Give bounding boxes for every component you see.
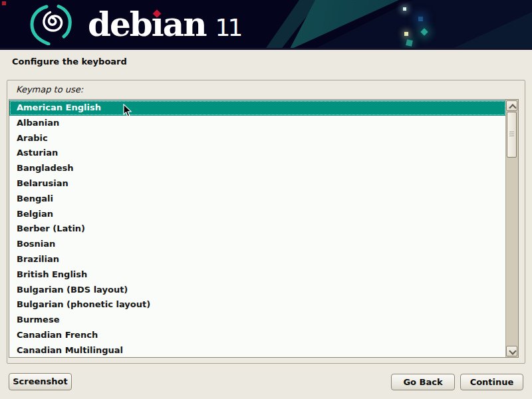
scroll-down-button[interactable] xyxy=(506,346,517,356)
go-back-button[interactable]: Go Back xyxy=(391,374,455,390)
scroll-up-button[interactable] xyxy=(506,100,517,111)
list-item[interactable]: Bangladesh xyxy=(9,161,506,176)
brand-diamond-icon xyxy=(153,9,162,18)
banner-sparkle xyxy=(406,39,413,47)
list-item[interactable]: American English xyxy=(9,100,506,116)
scrollbar[interactable] xyxy=(505,100,518,357)
list-item[interactable]: British English xyxy=(9,267,506,283)
list-item[interactable]: Brazilian xyxy=(9,252,506,267)
list-item[interactable]: Arabic xyxy=(9,131,506,146)
list-item[interactable]: Canadian Multilingual xyxy=(9,343,506,357)
list-item[interactable]: Berber (Latin) xyxy=(9,221,506,237)
list-item[interactable]: Bengali xyxy=(9,192,506,207)
keymap-label: Keymap to use: xyxy=(16,84,83,94)
banner-sparkle xyxy=(404,32,408,36)
banner-wedge xyxy=(0,0,532,48)
list-item[interactable]: Belgian xyxy=(9,207,506,222)
brand-logotype: debıan11 xyxy=(88,0,240,48)
list-item[interactable]: Burmese xyxy=(9,313,506,328)
brand-text: debıan xyxy=(88,5,205,44)
chevron-up-icon xyxy=(509,104,516,111)
chevron-down-icon xyxy=(509,347,516,354)
list-item[interactable]: Canadian French xyxy=(9,328,506,343)
banner: debıan11 xyxy=(0,0,532,50)
list-item[interactable]: Belarusian xyxy=(9,176,506,192)
scrollbar-thumb[interactable] xyxy=(507,112,517,158)
list-item[interactable]: Bulgarian (phonetic layout) xyxy=(9,297,506,313)
thumb-grip-icon xyxy=(509,132,514,137)
page-title: Configure the keyboard xyxy=(12,57,127,66)
list-item[interactable]: Asturian xyxy=(9,146,506,161)
list-item[interactable]: Bulgarian (BDS layout) xyxy=(9,283,506,298)
list-item[interactable]: Bosnian xyxy=(9,237,506,252)
screenshot-button[interactable]: Screenshot xyxy=(9,373,72,390)
keymap-listbox[interactable]: American EnglishAlbanianArabicAsturianBa… xyxy=(9,99,519,358)
banner-sparkle xyxy=(418,17,423,21)
brand-version: 11 xyxy=(215,14,240,41)
continue-button[interactable]: Continue xyxy=(460,374,523,390)
corner-mark xyxy=(2,1,6,5)
debian-swirl-icon xyxy=(29,4,74,45)
list-item[interactable]: Albanian xyxy=(9,116,506,131)
banner-sparkle xyxy=(403,7,406,11)
keymap-list[interactable]: American EnglishAlbanianArabicAsturianBa… xyxy=(9,100,506,357)
